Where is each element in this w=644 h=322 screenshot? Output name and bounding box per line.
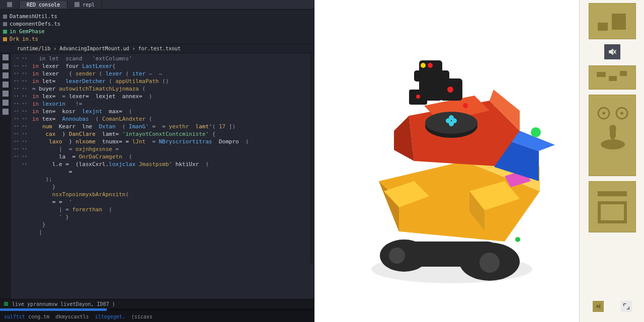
tab-secondary[interactable]: repl bbox=[67, 1, 102, 9]
svg-point-33 bbox=[447, 87, 453, 93]
status-left: sulftct sulftct cong.tm dkmyscaxtls ilte… bbox=[4, 314, 152, 319]
line-gutter: • •• •• •• •• •• •• •• •• •• •• •• •• ••… bbox=[11, 53, 29, 299]
rail-icon[interactable] bbox=[3, 54, 9, 60]
file-icon bbox=[3, 37, 7, 41]
gallery-thumb[interactable] bbox=[589, 95, 636, 176]
svg-rect-40 bbox=[597, 72, 606, 77]
file-icon bbox=[3, 15, 7, 19]
tab-handle-icon[interactable] bbox=[0, 1, 20, 8]
svg-point-48 bbox=[609, 125, 616, 132]
svg-rect-42 bbox=[620, 71, 627, 76]
rail-icon[interactable] bbox=[3, 91, 9, 97]
tree-item[interactable]: DatameshUtil.ts bbox=[3, 13, 311, 20]
svg-point-35 bbox=[463, 103, 468, 108]
rail-icon[interactable] bbox=[3, 72, 9, 78]
console-text: live yprannumxw livetDayon, ID07 ) bbox=[12, 301, 115, 307]
gallery-thumb[interactable] bbox=[589, 3, 636, 39]
svg-point-6 bbox=[515, 237, 520, 242]
rail-icon[interactable] bbox=[3, 100, 9, 106]
gallery-thumb[interactable] bbox=[589, 181, 636, 232]
rail-icon[interactable] bbox=[3, 82, 9, 88]
svg-point-34 bbox=[416, 95, 420, 99]
code-body[interactable]: in let scand 'extColumns'in lexer four L… bbox=[29, 53, 314, 299]
svg-point-25 bbox=[449, 115, 454, 120]
status-bar: sulftct sulftct cong.tm dkmyscaxtls ilte… bbox=[0, 311, 314, 322]
tree-item[interactable]: componentDefs.ts bbox=[3, 20, 311, 28]
rail-icon[interactable] bbox=[3, 109, 9, 115]
svg-point-31 bbox=[421, 63, 426, 68]
code-editor-pane: RED console repl DatameshUtil.ts compone… bbox=[0, 0, 314, 322]
svg-point-4 bbox=[389, 248, 405, 264]
preview-pane bbox=[314, 0, 580, 322]
rail-icon[interactable] bbox=[3, 63, 9, 69]
file-icon bbox=[3, 22, 7, 26]
svg-point-44 bbox=[602, 112, 605, 115]
svg-rect-51 bbox=[601, 204, 624, 220]
share-icon[interactable] bbox=[593, 301, 604, 312]
svg-point-32 bbox=[428, 63, 433, 68]
svg-point-26 bbox=[449, 121, 454, 126]
file-icon bbox=[3, 30, 7, 34]
gallery-thumb[interactable] bbox=[589, 65, 636, 90]
console-bar[interactable]: live yprannumxw livetDayon, ID07 ) bbox=[0, 299, 314, 308]
run-status-icon bbox=[4, 302, 8, 306]
tree-item[interactable]: in GemPhase bbox=[3, 28, 311, 35]
tree-item[interactable]: Drk in.ts bbox=[3, 35, 311, 43]
editor-tabstrip: RED console repl bbox=[0, 0, 314, 10]
tab-label: RED console bbox=[27, 2, 60, 8]
svg-point-16 bbox=[531, 127, 541, 137]
breadcrumb[interactable]: runtime/lib › AdvancingImportMount.ud › … bbox=[0, 44, 314, 53]
mute-icon[interactable] bbox=[604, 44, 620, 59]
preview-render[interactable] bbox=[339, 30, 555, 292]
minimap[interactable] bbox=[310, 53, 313, 264]
svg-point-5 bbox=[479, 253, 500, 273]
svg-rect-37 bbox=[612, 14, 626, 30]
file-tree: DatameshUtil.ts componentDefs.ts in GemP… bbox=[0, 10, 314, 44]
svg-point-46 bbox=[620, 112, 623, 115]
gallery-strip bbox=[580, 0, 644, 322]
tab-label: repl bbox=[83, 2, 95, 8]
svg-rect-41 bbox=[609, 76, 617, 81]
expand-icon[interactable] bbox=[621, 301, 632, 312]
tab-main[interactable]: RED console bbox=[20, 1, 67, 9]
svg-rect-49 bbox=[598, 191, 627, 196]
activity-bar bbox=[0, 53, 11, 299]
svg-rect-36 bbox=[598, 23, 608, 31]
